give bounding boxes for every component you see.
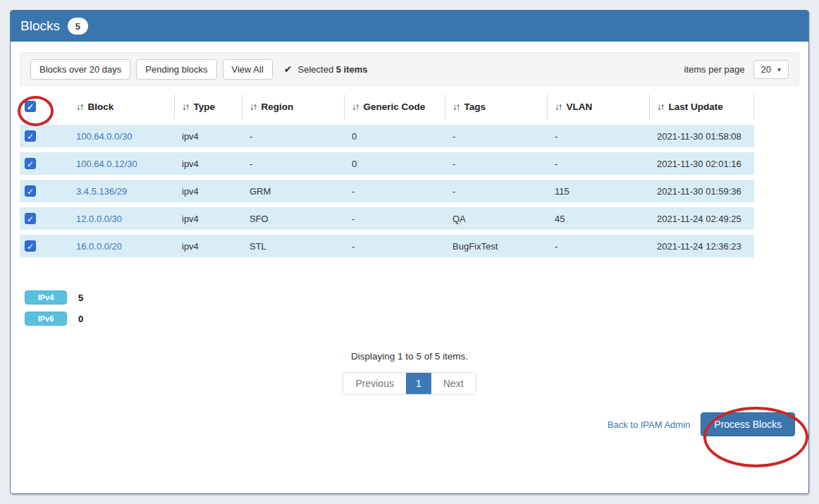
table-row: ✓ 12.0.0.0/30 ipv4 SFO - QA 45 2021-11-2… bbox=[20, 207, 754, 230]
sort-icon: ↓↑ bbox=[352, 102, 359, 112]
row-checkbox[interactable]: ✓ bbox=[25, 158, 36, 169]
column-label: Block bbox=[88, 102, 114, 112]
column-header-region[interactable]: ↓↑Region bbox=[242, 94, 345, 120]
cell-last-update: 2021-11-30 01:58:08 bbox=[650, 125, 754, 147]
cell-region: - bbox=[242, 125, 345, 147]
pagination-wrapper: Previous 1 Next bbox=[20, 372, 799, 395]
footer-actions: Back to IPAM Admin Process Blocks bbox=[20, 412, 799, 436]
cell-vlan: - bbox=[548, 152, 650, 175]
column-header-tags[interactable]: ↓↑Tags bbox=[445, 94, 548, 120]
ipv6-count: 0 bbox=[78, 314, 83, 324]
cell-block: 12.0.0.0/30 bbox=[69, 207, 175, 230]
block-link[interactable]: 3.4.5.136/29 bbox=[76, 186, 127, 197]
cell-tags: - bbox=[445, 152, 548, 175]
ipv4-badge: IPv4 bbox=[25, 290, 67, 305]
block-link[interactable]: 100.64.0.12/30 bbox=[76, 159, 137, 169]
current-page-button[interactable]: 1 bbox=[406, 373, 431, 394]
cell-generic-code: - bbox=[345, 180, 445, 202]
chevron-down-icon: ▾ bbox=[777, 66, 781, 73]
cell-last-update: 2021-11-24 02:49:25 bbox=[650, 207, 754, 230]
items-per-page-value: 20 bbox=[761, 64, 771, 75]
column-label: Tags bbox=[464, 102, 486, 112]
block-link[interactable]: 16.0.0.0/20 bbox=[76, 241, 122, 252]
cell-region: - bbox=[242, 152, 345, 175]
sort-icon: ↓↑ bbox=[250, 102, 257, 112]
cell-region: STL bbox=[242, 235, 345, 257]
column-header-type[interactable]: ↓↑Type bbox=[175, 94, 242, 120]
cell-region: GRM bbox=[242, 180, 345, 202]
cell-last-update: 2021-11-30 01:59:36 bbox=[650, 180, 754, 202]
column-header-block[interactable]: ↓↑Block bbox=[69, 94, 175, 120]
toolbar: Blocks over 20 days Pending blocks View … bbox=[20, 52, 799, 86]
cell-type: ipv4 bbox=[175, 235, 242, 257]
cell-generic-code: - bbox=[345, 235, 445, 257]
selected-items-label: Selected 5 items bbox=[298, 64, 368, 75]
row-checkbox[interactable]: ✓ bbox=[25, 213, 36, 224]
ipv4-summary-row: IPv4 5 bbox=[25, 290, 799, 305]
page: Blocks 5 Blocks over 20 days Pending blo… bbox=[0, 0, 819, 504]
cell-tags: QA bbox=[445, 207, 548, 230]
cell-tags: BugFixTest bbox=[445, 235, 548, 257]
block-link[interactable]: 12.0.0.0/30 bbox=[76, 214, 122, 224]
cell-block: 100.64.0.0/30 bbox=[69, 125, 175, 147]
table-row: ✓ 100.64.0.12/30 ipv4 - 0 - - 2021-11-30… bbox=[20, 152, 754, 175]
selected-count: 5 items bbox=[336, 64, 368, 75]
selected-check-icon: ✔ bbox=[284, 63, 292, 75]
cell-last-update: 2021-11-24 12:36:23 bbox=[650, 235, 754, 257]
ip-summary: IPv4 5 IPv6 0 bbox=[25, 290, 799, 326]
row-checkbox[interactable]: ✓ bbox=[25, 130, 36, 142]
panel-body: Blocks over 20 days Pending blocks View … bbox=[11, 42, 808, 436]
back-to-ipam-admin-link[interactable]: Back to IPAM Admin bbox=[608, 419, 691, 430]
cell-vlan: 115 bbox=[548, 180, 650, 202]
cell-vlan: - bbox=[548, 125, 650, 147]
cell-region: SFO bbox=[242, 207, 345, 230]
table-row: ✓ 16.0.0.0/20 ipv4 STL - BugFixTest - 20… bbox=[20, 235, 754, 257]
select-all-checkbox[interactable]: ✓ bbox=[25, 101, 36, 112]
filter-view-all-button[interactable]: View All bbox=[223, 59, 273, 80]
ipv6-badge: IPv6 bbox=[25, 312, 67, 326]
cell-vlan: 45 bbox=[548, 207, 650, 230]
row-checkbox[interactable]: ✓ bbox=[25, 185, 36, 197]
column-label: Type bbox=[194, 102, 216, 112]
blocks-panel: Blocks 5 Blocks over 20 days Pending blo… bbox=[10, 10, 809, 494]
cell-generic-code: 0 bbox=[345, 152, 445, 175]
panel-header: Blocks 5 bbox=[11, 11, 808, 42]
cell-vlan: - bbox=[548, 235, 650, 257]
cell-generic-code: 0 bbox=[345, 125, 445, 147]
column-header-generic-code[interactable]: ↓↑Generic Code bbox=[345, 94, 445, 120]
previous-page-button[interactable]: Previous bbox=[343, 373, 405, 394]
ipv4-count: 5 bbox=[78, 293, 83, 303]
row-select-cell: ✓ bbox=[20, 235, 69, 257]
process-blocks-button[interactable]: Process Blocks bbox=[701, 412, 795, 436]
filter-blocks-over-20-days-button[interactable]: Blocks over 20 days bbox=[30, 59, 130, 80]
block-link[interactable]: 100.64.0.0/30 bbox=[76, 131, 133, 142]
items-per-page-select[interactable]: 20 ▾ bbox=[753, 60, 789, 79]
row-select-cell: ✓ bbox=[20, 207, 69, 230]
next-page-button[interactable]: Next bbox=[431, 373, 476, 394]
table-row: ✓ 100.64.0.0/30 ipv4 - 0 - - 2021-11-30 … bbox=[20, 125, 754, 147]
table-header-row: ✓ ↓↑Block ↓↑Type ↓↑Region ↓↑Generic Code… bbox=[20, 94, 754, 120]
column-header-last-update[interactable]: ↓↑Last Update bbox=[650, 94, 754, 120]
cell-tags: - bbox=[445, 180, 548, 202]
cell-tags: - bbox=[445, 125, 548, 147]
cell-block: 3.4.5.136/29 bbox=[69, 180, 175, 202]
column-header-vlan[interactable]: ↓↑VLAN bbox=[548, 94, 650, 120]
row-select-cell: ✓ bbox=[20, 125, 69, 147]
row-checkbox[interactable]: ✓ bbox=[25, 240, 36, 252]
cell-generic-code: - bbox=[345, 207, 445, 230]
blocks-count-badge: 5 bbox=[68, 18, 88, 35]
column-label: Region bbox=[261, 102, 294, 112]
cell-type: ipv4 bbox=[175, 207, 242, 230]
pagination: Previous 1 Next bbox=[343, 372, 476, 395]
cell-type: ipv4 bbox=[175, 180, 242, 202]
table-row: ✓ 3.4.5.136/29 ipv4 GRM - - 115 2021-11-… bbox=[20, 180, 754, 202]
cell-type: ipv4 bbox=[175, 125, 242, 147]
sort-icon: ↓↑ bbox=[555, 102, 562, 112]
sort-icon: ↓↑ bbox=[657, 102, 664, 112]
select-all-header-cell: ✓ bbox=[20, 94, 69, 120]
filter-pending-blocks-button[interactable]: Pending blocks bbox=[136, 59, 216, 80]
column-label: Last Update bbox=[669, 102, 723, 112]
cell-block: 16.0.0.0/20 bbox=[69, 235, 175, 257]
ipv6-summary-row: IPv6 0 bbox=[25, 312, 799, 326]
row-select-cell: ✓ bbox=[20, 180, 69, 202]
